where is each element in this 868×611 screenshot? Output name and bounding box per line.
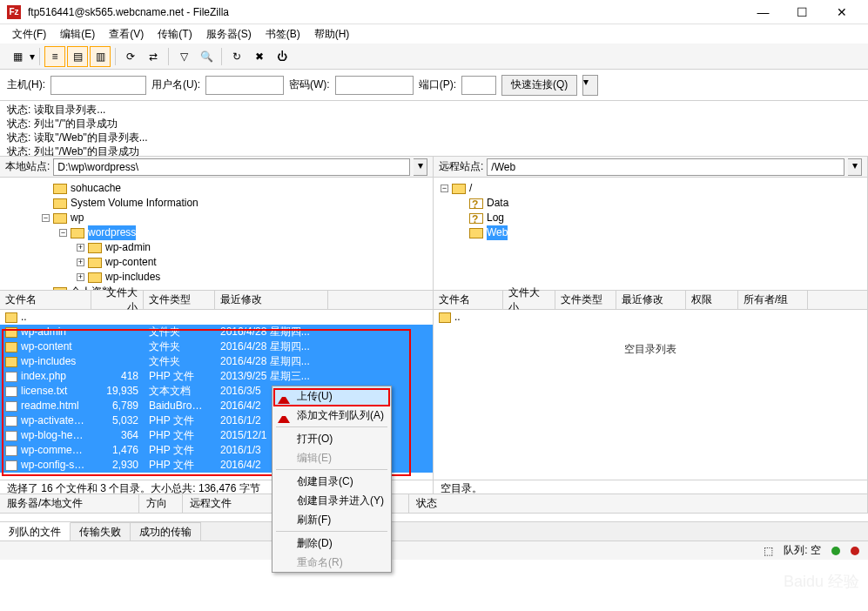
context-menu-item[interactable]: 创建目录并进入(Y)	[273, 491, 391, 510]
file-icon	[5, 416, 17, 426]
close-button[interactable]: ✕	[822, 0, 861, 24]
file-row[interactable]: wp-admin文件夹2016/4/28 星期四...	[0, 325, 433, 339]
menu-label: 创建目录并进入(Y)	[297, 494, 384, 508]
column-header[interactable]: 文件类型	[555, 291, 616, 309]
toolbar-sync-icon[interactable]: ⟳	[120, 46, 141, 67]
column-header[interactable]: 最近修改	[215, 291, 328, 309]
file-row[interactable]: index.php418PHP 文件2013/9/25 星期三...	[0, 369, 433, 384]
toolbar-sitemanager-icon[interactable]: ▦	[7, 46, 28, 67]
maximize-button[interactable]: ☐	[783, 0, 822, 24]
tree-node[interactable]: Log	[458, 211, 860, 225]
expand-icon[interactable]: −	[441, 185, 448, 192]
remote-path-dropdown[interactable]: ▾	[848, 158, 862, 176]
local-tree[interactable]: sohucacheSystem Volume Information−wp−wo…	[0, 178, 433, 291]
context-menu-item[interactable]: 刷新(F)	[273, 510, 391, 529]
column-header[interactable]: 权限	[686, 291, 738, 309]
host-input[interactable]	[50, 76, 146, 95]
menu-item[interactable]: 查看(V)	[104, 25, 149, 44]
context-menu-item[interactable]: 上传(U)	[273, 386, 391, 406]
message-log[interactable]: 状态:读取目录列表...状态:列出"/"的目录成功状态:读取"/Web"的目录列…	[0, 101, 868, 157]
menu-label: 上传(U)	[297, 389, 333, 404]
column-header[interactable]: 文件名	[434, 291, 503, 309]
toolbar-cancel-icon[interactable]: ✖	[249, 46, 270, 67]
tree-node[interactable]: −/	[441, 181, 860, 196]
watermark: Baidu 经验	[784, 571, 859, 592]
status-dot-red-icon	[851, 547, 859, 555]
remote-path-input[interactable]	[487, 158, 844, 176]
menu-item[interactable]: 书签(B)	[260, 25, 306, 44]
pass-label: 密码(W):	[289, 77, 330, 92]
tree-node[interactable]: sohucache	[42, 181, 426, 196]
toolbar-disconnect-icon[interactable]: ⏻	[272, 46, 293, 67]
file-icon	[5, 460, 17, 471]
folder-icon	[469, 213, 483, 224]
toolbar-toggle-tree-icon[interactable]: ▤	[67, 46, 88, 67]
context-menu-item[interactable]: 添加文件到队列(A)	[273, 406, 391, 425]
folder-icon	[88, 243, 102, 253]
quickconnect-button[interactable]: 快速连接(Q)	[501, 75, 577, 96]
menu-item[interactable]: 服务器(S)	[201, 25, 257, 44]
minimize-button[interactable]: —	[744, 0, 783, 24]
tree-node[interactable]: +wp-admin	[77, 240, 426, 255]
remote-filelist[interactable]: .. 空目录列表	[434, 310, 867, 480]
expand-icon[interactable]: +	[77, 258, 84, 266]
column-header[interactable]: 文件名	[0, 291, 91, 309]
tree-node[interactable]: +wp-includes	[77, 270, 426, 285]
column-header[interactable]: 文件大小	[91, 291, 144, 309]
host-label: 主机(H):	[7, 77, 45, 92]
transfer-queue[interactable]	[0, 513, 868, 521]
toolbar-refresh-icon[interactable]: ↻	[226, 46, 247, 67]
context-menu-item: 编辑(E)	[273, 448, 391, 467]
toolbar-toggle-queue-icon[interactable]: ▥	[90, 46, 111, 67]
context-menu-item[interactable]: 打开(O)	[273, 429, 391, 448]
tree-node[interactable]: +wp-content	[77, 255, 426, 270]
queue-tab[interactable]: 列队的文件	[0, 522, 71, 540]
col-server[interactable]: 服务器/本地文件	[0, 494, 139, 513]
toolbar-compare-icon[interactable]: ⇄	[143, 46, 164, 67]
menu-item[interactable]: 编辑(E)	[55, 25, 100, 44]
menu-item[interactable]: 文件(F)	[7, 25, 51, 44]
col-direction[interactable]: 方向	[139, 494, 183, 513]
upload-icon	[278, 392, 290, 404]
file-row[interactable]: wp-content文件夹2016/4/28 星期四...	[0, 339, 433, 354]
tree-node[interactable]: System Volume Information	[42, 196, 426, 211]
file-icon	[5, 401, 17, 412]
menu-item[interactable]: 帮助(H)	[309, 25, 355, 44]
tree-label: wp-includes	[105, 270, 160, 285]
quickconnect-dropdown[interactable]: ▾	[582, 75, 598, 96]
column-header[interactable]: 最近修改	[616, 291, 686, 309]
expand-icon[interactable]: +	[77, 244, 84, 252]
column-header[interactable]: 所有者/组	[738, 291, 808, 309]
menubar: 文件(F)编辑(E)查看(V)传输(T)服务器(S)书签(B)帮助(H)	[0, 24, 868, 44]
column-header[interactable]: 文件类型	[144, 291, 215, 309]
toolbar-filter-icon[interactable]: ▽	[173, 46, 194, 67]
toolbar-search-icon[interactable]: 🔍	[196, 46, 217, 67]
menu-item[interactable]: 传输(T)	[152, 25, 197, 44]
local-path-input[interactable]	[53, 158, 410, 176]
queue-tab[interactable]: 传输失败	[71, 522, 131, 540]
queue-tab[interactable]: 成功的传输	[131, 522, 201, 540]
tree-node[interactable]: Data	[458, 196, 860, 211]
context-menu-item[interactable]: 删除(D)	[273, 534, 391, 553]
user-input[interactable]	[205, 76, 284, 95]
local-path-dropdown[interactable]: ▾	[414, 158, 427, 176]
remote-site-label: 远程站点:	[439, 159, 483, 174]
expand-icon[interactable]: +	[77, 273, 84, 281]
tree-node[interactable]: −wordpress	[59, 225, 426, 240]
log-line: 状态:列出"/Web"的目录成功	[7, 144, 861, 157]
remote-tree[interactable]: −/DataLogWeb	[434, 178, 867, 291]
folder-icon	[88, 272, 102, 283]
port-input[interactable]	[461, 76, 496, 95]
folder-icon	[53, 184, 67, 194]
pass-input[interactable]	[335, 76, 414, 95]
tree-node[interactable]: −wp	[42, 211, 426, 225]
context-menu-item[interactable]: 创建目录(C)	[273, 472, 391, 491]
toolbar-toggle-log-icon[interactable]: ≡	[44, 46, 65, 67]
expand-icon[interactable]: −	[59, 229, 67, 237]
parent-dir[interactable]: ..	[0, 310, 433, 325]
tree-node[interactable]: Web	[458, 225, 860, 240]
file-row[interactable]: wp-includes文件夹2016/4/28 星期四...	[0, 354, 433, 369]
col-status[interactable]: 状态	[409, 494, 868, 513]
expand-icon[interactable]: −	[42, 214, 50, 222]
column-header[interactable]: 文件大小	[503, 291, 555, 309]
